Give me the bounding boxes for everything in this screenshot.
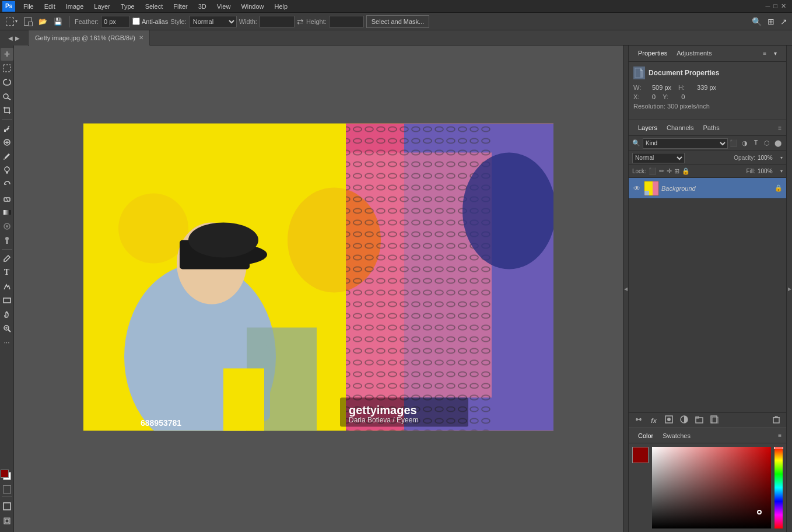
layers-menu-btn[interactable]: ≡ bbox=[778, 125, 782, 131]
menu-3d[interactable]: 3D bbox=[194, 2, 211, 11]
quick-mask-btn[interactable] bbox=[3, 485, 11, 494]
color-gradient-picker[interactable] bbox=[652, 447, 771, 528]
menu-image[interactable]: Image bbox=[61, 2, 89, 11]
eraser-tool[interactable] bbox=[1, 192, 13, 205]
zoom-tool[interactable] bbox=[1, 322, 13, 335]
menu-help[interactable]: Help bbox=[270, 2, 293, 11]
lock-position-icon[interactable]: ✏ bbox=[659, 167, 664, 175]
tab-color[interactable]: Color bbox=[633, 428, 658, 443]
right-panel-collapse-left[interactable]: ◀ bbox=[623, 46, 629, 532]
layer-new-btn[interactable] bbox=[708, 415, 721, 425]
save-btn[interactable]: 💾 bbox=[51, 16, 65, 27]
menu-layer[interactable]: Layer bbox=[89, 2, 115, 11]
path-selection-tool[interactable] bbox=[1, 280, 13, 293]
opacity-dropdown-icon[interactable]: ▾ bbox=[780, 155, 783, 160]
far-right-collapse[interactable]: ▶ bbox=[786, 46, 792, 532]
search-icon[interactable]: 🔍 bbox=[751, 16, 763, 27]
type-filter-icon[interactable]: T bbox=[751, 139, 761, 147]
layer-group-btn[interactable] bbox=[693, 415, 706, 425]
lasso-tool[interactable] bbox=[1, 76, 13, 89]
menu-select[interactable]: Select bbox=[141, 2, 168, 11]
hand-tool[interactable] bbox=[1, 308, 13, 321]
height-input[interactable] bbox=[329, 16, 364, 27]
spot-healing-tool[interactable] bbox=[1, 136, 13, 149]
width-input[interactable] bbox=[260, 16, 295, 27]
tab-close-btn[interactable]: ✕ bbox=[139, 34, 143, 41]
layers-kind-select[interactable]: Kind bbox=[643, 138, 728, 149]
blur-tool[interactable] bbox=[1, 220, 13, 233]
anti-alias-checkbox[interactable]: Anti-alias bbox=[132, 18, 168, 25]
artboard-mode-btn[interactable] bbox=[1, 514, 13, 527]
swap-icon[interactable]: ⇄ bbox=[297, 17, 304, 26]
layer-link-btn[interactable] bbox=[632, 415, 645, 425]
close-btn[interactable]: ✕ bbox=[781, 2, 786, 10]
pen-tool[interactable] bbox=[1, 252, 13, 265]
pixel-filter-icon[interactable]: ⬛ bbox=[729, 139, 738, 147]
menu-filter[interactable]: Filter bbox=[169, 2, 192, 11]
tab-nav-right[interactable]: ▶ bbox=[15, 35, 20, 41]
layer-fx-btn[interactable]: fx bbox=[647, 417, 660, 424]
feather-input[interactable] bbox=[101, 16, 130, 27]
quick-selection-tool[interactable] bbox=[1, 90, 13, 103]
clone-stamp-tool[interactable] bbox=[1, 164, 13, 177]
layer-adjustment-btn[interactable] bbox=[678, 415, 691, 425]
hue-strip[interactable] bbox=[775, 447, 783, 528]
select-mask-button[interactable]: Select and Mask... bbox=[366, 15, 430, 28]
workspace-icon[interactable]: ⊞ bbox=[766, 16, 776, 27]
maximize-btn[interactable]: □ bbox=[773, 2, 777, 10]
rectangle-shape-tool[interactable] bbox=[1, 294, 13, 307]
new-doc-btn[interactable] bbox=[22, 16, 34, 27]
foreground-background-swatches[interactable] bbox=[1, 470, 13, 482]
screen-mode-btn[interactable] bbox=[1, 500, 13, 513]
eyedropper-tool[interactable] bbox=[1, 122, 13, 135]
menu-file[interactable]: File bbox=[19, 2, 38, 11]
history-brush-tool[interactable] bbox=[1, 178, 13, 191]
svg-point-45 bbox=[462, 153, 553, 270]
layer-delete-btn[interactable] bbox=[770, 415, 783, 425]
dodge-tool[interactable] bbox=[1, 234, 13, 247]
tab-channels[interactable]: Channels bbox=[662, 120, 698, 135]
gradient-tool[interactable] bbox=[1, 206, 13, 219]
extra-tools[interactable]: ··· bbox=[1, 336, 13, 349]
color-menu-btn[interactable]: ≡ bbox=[778, 432, 782, 439]
layer-mask-btn[interactable] bbox=[663, 415, 675, 425]
properties-panel-collapse[interactable]: ▾ bbox=[769, 47, 782, 60]
style-select[interactable]: Normal Fixed Ratio Fixed Size bbox=[189, 16, 237, 27]
shape-filter-icon[interactable]: ⬡ bbox=[762, 139, 772, 147]
menu-view[interactable]: View bbox=[212, 2, 236, 11]
menu-edit[interactable]: Edit bbox=[40, 2, 60, 11]
marquee-tool-options[interactable]: ▾ bbox=[3, 16, 20, 27]
tab-nav-left[interactable]: ◀ bbox=[8, 35, 13, 41]
open-btn[interactable]: 📂 bbox=[36, 16, 50, 27]
menu-window[interactable]: Window bbox=[236, 2, 268, 11]
move-tool[interactable]: ✛ bbox=[1, 48, 13, 61]
lock-artboard-icon[interactable]: ✛ bbox=[667, 167, 672, 175]
tab-properties[interactable]: Properties bbox=[633, 46, 672, 61]
document-tab[interactable]: Getty image.jpg @ 161% (RGB/8#) ✕ bbox=[29, 30, 150, 46]
properties-menu-btn[interactable]: ≡ bbox=[763, 50, 766, 57]
tab-paths[interactable]: Paths bbox=[699, 120, 724, 135]
foreground-color-swatch[interactable] bbox=[632, 447, 649, 463]
menu-type[interactable]: Type bbox=[116, 2, 139, 11]
rectangular-marquee-tool[interactable] bbox=[1, 62, 13, 75]
lock-move-icon[interactable]: ⊞ bbox=[674, 167, 679, 175]
tab-label: Getty image.jpg @ 161% (RGB/8#) bbox=[35, 34, 135, 41]
layer-row-background[interactable]: 👁 Background 🔒 bbox=[629, 178, 786, 199]
blend-mode-select[interactable]: Normal Multiply Screen bbox=[632, 153, 685, 163]
tab-swatches[interactable]: Swatches bbox=[658, 428, 695, 443]
minimize-btn[interactable]: ─ bbox=[766, 2, 770, 10]
fill-dropdown-icon[interactable]: ▾ bbox=[780, 169, 783, 174]
adjustment-filter-icon[interactable]: ◑ bbox=[740, 139, 749, 147]
lock-pixels-icon[interactable]: ⬛ bbox=[649, 167, 657, 175]
tab-adjustments[interactable]: Adjustments bbox=[672, 46, 717, 61]
smart-filter-icon[interactable]: ⬤ bbox=[773, 139, 783, 147]
lock-all-icon[interactable]: 🔒 bbox=[682, 167, 690, 175]
brush-tool[interactable] bbox=[1, 150, 13, 163]
crop-tool[interactable] bbox=[1, 104, 13, 117]
layer-visibility-eye[interactable]: 👁 bbox=[632, 184, 642, 192]
tab-layers[interactable]: Layers bbox=[633, 120, 662, 135]
layers-panel-tabs: Layers Channels Paths ≡ bbox=[629, 120, 786, 136]
type-tool[interactable]: T bbox=[1, 266, 13, 279]
anti-alias-check[interactable] bbox=[132, 18, 140, 25]
share-icon[interactable]: ↗ bbox=[779, 16, 789, 27]
